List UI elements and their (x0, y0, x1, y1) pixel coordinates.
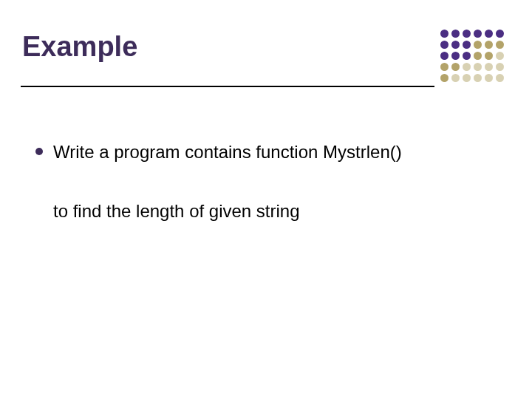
slide: Example (0, 0, 532, 399)
grid-dot (474, 30, 482, 38)
grid-dot (474, 63, 482, 71)
grid-dot (440, 74, 449, 82)
grid-dot (496, 41, 504, 49)
bullet-icon (35, 148, 43, 155)
grid-dot (440, 30, 449, 38)
grid-dot (485, 74, 493, 82)
grid-dot (451, 74, 460, 82)
grid-dot (485, 63, 493, 71)
grid-dot (451, 30, 460, 38)
grid-dot (485, 41, 493, 49)
decorative-dot-grid (437, 30, 504, 85)
grid-dot (463, 63, 471, 71)
grid-dot (474, 41, 482, 49)
grid-dot (496, 63, 504, 71)
grid-dot (474, 52, 482, 60)
bullet-continuation: to find the length of given string (53, 200, 504, 223)
grid-dot (440, 63, 449, 71)
grid-dot (474, 74, 482, 82)
grid-dot (440, 52, 449, 60)
slide-body: Write a program contains function Mystrl… (21, 89, 511, 224)
title-underline (21, 86, 434, 87)
bullet-text: Write a program contains function Mystrl… (53, 140, 402, 164)
bullet-item: Write a program contains function Mystrl… (35, 140, 504, 164)
title-row: Example (21, 30, 511, 89)
grid-dot (496, 74, 504, 82)
grid-dot (496, 52, 504, 60)
grid-dot (451, 52, 460, 60)
grid-dot (463, 52, 471, 60)
grid-dot (440, 41, 449, 49)
grid-dot (485, 30, 493, 38)
grid-dot (485, 52, 493, 60)
grid-dot (451, 63, 460, 71)
grid-dot (463, 41, 471, 49)
grid-dot (451, 41, 460, 49)
grid-dot (463, 30, 471, 38)
grid-dot (463, 74, 471, 82)
grid-dot (496, 30, 504, 38)
